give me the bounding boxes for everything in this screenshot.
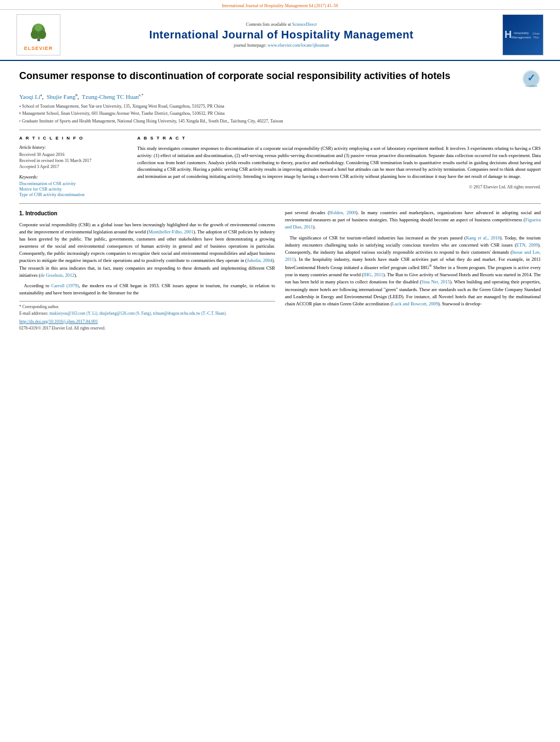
body-col-right: past several decades (Holden, 2000). In … bbox=[285, 209, 541, 331]
article-info-abstract: A R T I C L E I N F O Article history: R… bbox=[19, 130, 541, 198]
ref-luck[interactable]: Luck and Bowcott, 2009 bbox=[392, 301, 438, 306]
ref-sinanet[interactable]: Sina Net, 2015 bbox=[422, 279, 450, 284]
ref-ihg[interactable]: IHG, 2011 bbox=[363, 272, 383, 277]
footer-section: * Corresponding author. E-mail addresses… bbox=[19, 301, 275, 331]
section1-heading: 1. Introduction bbox=[19, 209, 275, 218]
authors-line: Yaoqi Lia, Shujie Fangb, Tzung-Cheng TC … bbox=[19, 93, 541, 100]
body-columns: 1. Introduction Corporate social respons… bbox=[19, 209, 541, 331]
keyword-1: Discontinuation of CSR activity bbox=[19, 181, 126, 186]
article-info-heading: A R T I C L E I N F O bbox=[19, 136, 126, 141]
issn-line: 0278-4319/© 2017 Elsevier Ltd. All right… bbox=[19, 325, 275, 332]
right-paragraph-1: past several decades (Holden, 2000). In … bbox=[285, 209, 541, 231]
body-divider bbox=[19, 203, 541, 204]
svg-point-2 bbox=[31, 30, 38, 39]
main-content: Consumer response to discontinuation of … bbox=[0, 61, 560, 340]
abstract-section: A B S T R A C T This study investigates … bbox=[137, 136, 541, 198]
article-history-label: Article history: bbox=[19, 145, 126, 150]
leadership-text: Leadership bbox=[293, 294, 314, 299]
intro-paragraph-2: According to Carroll (1979), the modern … bbox=[19, 282, 275, 297]
affiliation-b: b Management School, Jinan University, 6… bbox=[19, 110, 541, 118]
journal-citation: International Journal of Hospitality Man… bbox=[222, 3, 338, 8]
ref-montibeller[interactable]: Montibeller-Filho, 2001 bbox=[148, 229, 193, 235]
keywords-label: Keywords: bbox=[19, 175, 126, 180]
elsevier-logo-box: ELSEVIER bbox=[16, 14, 60, 55]
ref-juholin[interactable]: Juholin, 2004 bbox=[247, 258, 272, 263]
journal-homepage: journal homepage: www.elsevier.com/locat… bbox=[60, 43, 502, 48]
elsevier-tree-icon bbox=[26, 19, 51, 44]
keyword-3: Type of CSR activity discontinuation bbox=[19, 192, 126, 197]
ref-kang[interactable]: Kang et al., 2010 bbox=[466, 235, 500, 241]
copyright-line: © 2017 Elsevier Ltd. All rights reserved… bbox=[137, 185, 541, 189]
affiliations: a School of Tourism Management, Sun Yat-… bbox=[19, 103, 541, 125]
journal-top-bar: International Journal of Hospitality Man… bbox=[0, 0, 560, 10]
elsevier-label: ELSEVIER bbox=[24, 46, 53, 51]
sciencedirect-link[interactable]: ScienceDirect bbox=[292, 22, 317, 27]
svg-text:CrossMark: CrossMark bbox=[525, 85, 537, 87]
crossmark-icon: ✓ CrossMark bbox=[522, 69, 541, 88]
affiliation-a: a School of Tourism Management, Sun Yat-… bbox=[19, 103, 541, 110]
hospitality-journal-logo: H HospitalityManagement Urban Plan bbox=[502, 14, 544, 55]
contents-available: Contents lists available at ScienceDirec… bbox=[60, 22, 502, 27]
journal-main-title: International Journal of Hospitality Man… bbox=[60, 29, 502, 41]
ref-carroll[interactable]: Carroll (1979) bbox=[51, 283, 79, 288]
doi-link[interactable]: http://dx.doi.org/10.1016/j.ijhm.2017.04… bbox=[19, 319, 98, 325]
ref-grosbois[interactable]: de Grosbois, 2012 bbox=[40, 272, 74, 278]
history-revised: Received in revised form 31 March 2017 bbox=[19, 158, 126, 163]
article-title: Consumer response to discontinuation of … bbox=[19, 69, 513, 83]
svg-text:✓: ✓ bbox=[527, 72, 535, 83]
svg-point-3 bbox=[38, 30, 46, 39]
intro-paragraph-1: Corporate social responsibility (CSR) as… bbox=[19, 221, 275, 279]
ref-etn[interactable]: ETN, 2009 bbox=[517, 242, 538, 248]
body-col-left: 1. Introduction Corporate social respons… bbox=[19, 209, 275, 331]
journal-title-center: Contents lists available at ScienceDirec… bbox=[60, 22, 502, 48]
page: International Journal of Hospitality Man… bbox=[0, 0, 560, 742]
journal-header: ELSEVIER Contents lists available at Sci… bbox=[0, 10, 560, 61]
abstract-text: This study investigates consumer respons… bbox=[137, 145, 541, 180]
history-received: Received 30 August 2016 bbox=[19, 152, 126, 157]
abstract-heading: A B S T R A C T bbox=[137, 136, 541, 141]
ref-figueira[interactable]: Figueira and Dias, 2011 bbox=[285, 217, 541, 230]
history-accepted: Accepted 3 April 2017 bbox=[19, 164, 126, 169]
svg-point-4 bbox=[35, 24, 42, 31]
ref-holden[interactable]: Holden, 2000 bbox=[329, 210, 356, 215]
keywords-section: Keywords: Discontinuation of CSR activit… bbox=[19, 175, 126, 197]
email-links[interactable]: makiseyou@163.com (Y. Li), shujiefang@12… bbox=[49, 311, 227, 316]
article-info-panel: A R T I C L E I N F O Article history: R… bbox=[19, 136, 126, 198]
corresponding-author-label: * Corresponding author. bbox=[19, 304, 275, 310]
author-shujie: Shujie Fang bbox=[47, 93, 76, 100]
article-title-section: Consumer response to discontinuation of … bbox=[19, 69, 541, 88]
keyword-2: Motive for CSR activity bbox=[19, 187, 126, 192]
ref-inoue[interactable]: Inoue and Lee, 2011 bbox=[285, 249, 541, 262]
footer-doi-issn: http://dx.doi.org/10.1016/j.ijhm.2017.04… bbox=[19, 319, 275, 325]
author-yaoqi: Yaoqi Li bbox=[19, 93, 40, 100]
author-tzung: Tzung-Cheng TC Huan bbox=[82, 93, 139, 100]
right-paragraph-2: The significance of CSR for tourism-rela… bbox=[285, 235, 541, 308]
email-line: E-mail addresses: makiseyou@163.com (Y. … bbox=[19, 310, 275, 317]
homepage-link[interactable]: www.elsevier.com/locate/ijhosman bbox=[267, 43, 329, 48]
affiliation-c: c Graduate Institute of Sports and Healt… bbox=[19, 118, 541, 125]
